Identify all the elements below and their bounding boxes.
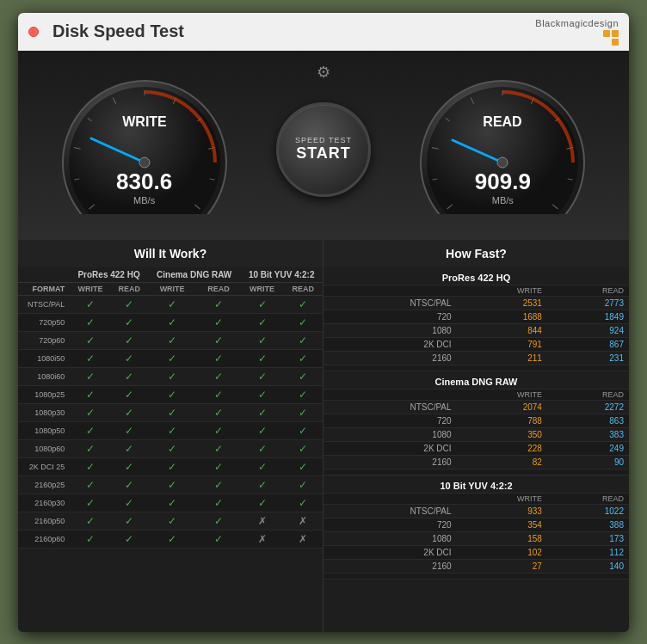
hf-write-val: 158: [457, 531, 547, 545]
check-cell: ✓: [284, 385, 323, 403]
hf-data-row: 1080158173: [324, 531, 629, 545]
check-cell: ✓: [196, 475, 240, 494]
hf-read-val: 924: [547, 323, 629, 337]
will-it-work-table: ProRes 422 HQ Cinema DNG RAW 10 Bit YUV …: [18, 267, 323, 549]
sq4: [612, 39, 619, 46]
table-row: NTSC/PAL✓✓✓✓✓✓: [18, 295, 323, 313]
table-row: 720p50✓✓✓✓✓✓: [18, 313, 323, 331]
hf-row-label: NTSC/PAL: [324, 504, 457, 518]
check-cell: ✓: [196, 349, 240, 367]
hf-write-val: 844: [457, 323, 547, 337]
hf-col-header: WRITEREAD: [324, 493, 629, 504]
hf-data-row: 1080350383: [324, 427, 629, 441]
hf-row-label: NTSC/PAL: [324, 296, 457, 310]
check-cell: ✓: [111, 439, 148, 457]
check-cell: ✓: [196, 295, 240, 313]
col-header-row: ProRes 422 HQ Cinema DNG RAW 10 Bit YUV …: [18, 267, 323, 283]
close-button[interactable]: [28, 27, 39, 37]
check-cell: ✓: [70, 385, 111, 403]
read-sub-3: READ: [284, 282, 323, 295]
hf-row-label: 720: [324, 518, 457, 531]
hf-section-header: ProRes 422 HQ: [324, 267, 629, 285]
hf-data-row: 720788863: [324, 414, 629, 427]
hf-row-label: 2K DCI: [324, 441, 457, 455]
hf-write-val: 2074: [457, 400, 547, 414]
hf-row-label: 1080: [324, 323, 457, 337]
hf-write-val: 933: [457, 504, 547, 518]
start-button[interactable]: SPEED TEST START: [276, 102, 371, 197]
hf-write-val: 2531: [457, 296, 547, 310]
check-cell: ✓: [196, 494, 240, 512]
format-cell: 1080i60: [18, 367, 70, 385]
sq3: [603, 39, 610, 46]
hf-data-row: 216027140: [324, 559, 629, 573]
check-cell: ✓: [240, 439, 283, 457]
hf-write-val: 354: [457, 518, 547, 531]
check-cell: ✓: [148, 403, 196, 421]
check-cell: ✗: [284, 530, 323, 548]
format-cell: 1080i50: [18, 349, 70, 367]
how-fast-title: How Fast?: [324, 240, 629, 267]
hf-data-row: 72016881849: [324, 310, 629, 323]
format-cell: 720p60: [18, 331, 70, 349]
check-cell: ✓: [70, 313, 111, 331]
table-row: 1080p25✓✓✓✓✓✓: [18, 385, 323, 403]
hf-write-val: 1688: [457, 310, 547, 323]
brand-name: Blackmagicdesign: [535, 18, 619, 28]
hf-read-val: 2773: [547, 296, 629, 310]
write-value-box: 830.6 MB/s: [116, 169, 172, 205]
write-gauge-wrapper: WRITE 830.6 MB/s: [59, 77, 231, 214]
check-cell: ✓: [148, 512, 196, 530]
hf-read-val: 1022: [547, 504, 629, 518]
table-row: 1080p60✓✓✓✓✓✓: [18, 439, 323, 457]
format-cell: 720p50: [18, 313, 70, 331]
hf-read-val: 2272: [547, 400, 629, 414]
check-cell: ✓: [70, 530, 111, 548]
check-cell: ✓: [196, 421, 240, 439]
check-cell: ✓: [148, 313, 196, 331]
table-row: 2160p50✓✓✓✓✗✗: [18, 512, 323, 530]
svg-text:WRITE: WRITE: [122, 114, 167, 129]
hf-row-label: 1080: [324, 531, 457, 545]
dng-header: Cinema DNG RAW: [148, 267, 241, 283]
start-button-wrapper: SPEED TEST START: [276, 102, 371, 197]
hf-row-label: 2K DCI: [324, 337, 457, 351]
format-cell: 2K DCI 25: [18, 457, 70, 475]
hf-row-label: 720: [324, 310, 457, 323]
check-cell: ✓: [148, 439, 196, 457]
how-fast-tbody: ProRes 422 HQWRITEREADNTSC/PAL2531277372…: [324, 267, 629, 580]
gear-icon[interactable]: ⚙: [317, 63, 330, 82]
hf-row-label: 2160: [324, 559, 457, 573]
will-it-work-tbody: NTSC/PAL✓✓✓✓✓✓720p50✓✓✓✓✓✓720p60✓✓✓✓✓✓10…: [18, 295, 323, 548]
write-sub-1: WRITE: [70, 282, 111, 295]
check-cell: ✓: [111, 385, 148, 403]
yuv-header: 10 Bit YUV 4:2:2: [240, 267, 323, 283]
brand-logo: Blackmagicdesign: [535, 18, 619, 46]
hf-data-row: NTSC/PAL25312773: [324, 296, 629, 310]
hf-col-label: WRITE: [457, 285, 547, 296]
table-row: 1080i60✓✓✓✓✓✓: [18, 367, 323, 385]
hf-read-val: 1849: [547, 310, 629, 323]
sub-header-row: FORMAT WRITE READ WRITE READ WRITE READ: [18, 282, 323, 295]
check-cell: ✓: [148, 421, 196, 439]
hf-row-label: 720: [324, 414, 457, 427]
table-row: 1080p50✓✓✓✓✓✓: [18, 421, 323, 439]
check-cell: ✓: [70, 349, 111, 367]
read-sub-1: READ: [111, 282, 148, 295]
check-cell: ✗: [284, 512, 323, 530]
svg-point-30: [497, 157, 508, 168]
format-sub: FORMAT: [18, 282, 70, 295]
check-cell: ✓: [240, 457, 283, 475]
hf-write-val: 102: [457, 545, 547, 559]
hf-read-val: 112: [547, 545, 629, 559]
start-label-big: START: [296, 144, 351, 163]
check-cell: ✓: [240, 494, 283, 512]
will-it-work-table-container[interactable]: ProRes 422 HQ Cinema DNG RAW 10 Bit YUV …: [18, 267, 323, 629]
hf-spacer: [324, 365, 629, 371]
check-cell: ✓: [240, 403, 283, 421]
check-cell: ✓: [70, 403, 111, 421]
hf-data-row: NTSC/PAL20742272: [324, 400, 629, 414]
svg-point-14: [139, 157, 150, 168]
hf-write-val: 82: [457, 455, 547, 469]
how-fast-table: ProRes 422 HQWRITEREADNTSC/PAL2531277372…: [324, 267, 629, 580]
